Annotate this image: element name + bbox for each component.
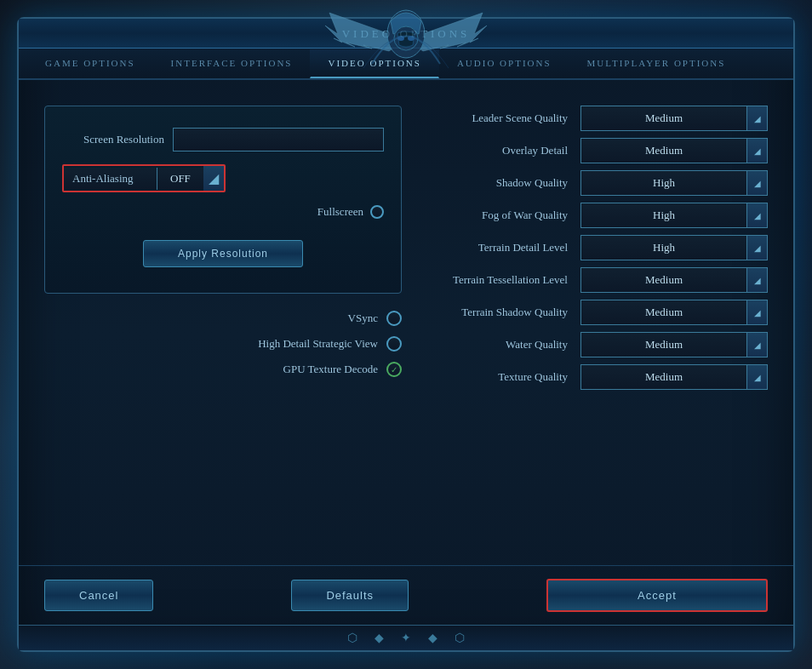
quality-value-1: Medium	[581, 144, 746, 157]
quality-value-0: Medium	[581, 112, 746, 125]
quality-label-6: Terrain Shadow Quality	[436, 306, 580, 319]
fullscreen-label: Fullscreen	[317, 205, 363, 219]
deco-center-left: ◆	[375, 631, 384, 645]
anti-aliasing-dropdown[interactable]: Anti-Aliasing OFF ◢	[62, 164, 226, 192]
quality-value-6: Medium	[581, 306, 746, 319]
quality-label-3: Fog of War Quality	[436, 209, 580, 222]
cancel-button[interactable]: Cancel	[44, 580, 153, 611]
quality-arrow-5: ◢	[746, 268, 767, 292]
gpu-texture-row: GPU Texture Decode	[61, 362, 402, 377]
apply-resolution-button[interactable]: Apply Resolution	[143, 240, 303, 267]
high-detail-label: High Detail Strategic View	[258, 337, 378, 351]
quality-label-7: Water Quality	[436, 338, 580, 352]
quality-arrow-2: ◢	[746, 171, 767, 195]
tab-interface[interactable]: INTERFACE OPTIONS	[153, 49, 311, 78]
toggle-options: VSync High Detail Strategic View GPU Tex…	[44, 311, 402, 377]
quality-value-2: High	[581, 176, 746, 190]
footer: Cancel Defaults Accept	[19, 565, 793, 625]
quality-arrow-8: ◢	[746, 365, 767, 389]
dialog: VIDEO OPTIONS GAME OPTIONS INTERFACE OPT…	[17, 17, 795, 652]
high-detail-row: High Detail Strategic View	[61, 336, 402, 352]
deco-center-right: ◆	[428, 631, 437, 645]
quality-dropdown-0[interactable]: Medium ◢	[580, 106, 768, 131]
quality-value-7: Medium	[581, 338, 746, 352]
quality-label-8: Texture Quality	[436, 370, 580, 384]
quality-row-4: Terrain Detail Level High ◢	[436, 235, 768, 260]
tab-game[interactable]: GAME OPTIONS	[27, 49, 153, 78]
quality-dropdown-4[interactable]: High ◢	[580, 235, 768, 260]
gpu-texture-label: GPU Texture Decode	[283, 363, 378, 376]
fullscreen-row: Fullscreen	[62, 205, 384, 219]
screen-resolution-label: Screen Resolution	[62, 133, 164, 146]
content-area: Screen Resolution Anti-Aliasing OFF ◢ Fu…	[19, 80, 793, 565]
vsync-label: VSync	[348, 312, 378, 325]
quality-dropdown-8[interactable]: Medium ◢	[580, 364, 768, 390]
quality-label-4: Terrain Detail Level	[436, 241, 580, 254]
quality-dropdown-5[interactable]: Medium ◢	[580, 267, 768, 293]
quality-row-8: Texture Quality Medium ◢	[436, 364, 768, 390]
resolution-box: Screen Resolution Anti-Aliasing OFF ◢ Fu…	[44, 106, 402, 294]
bottom-decoration: ⬡ ◆ ✦ ◆ ⬡	[19, 625, 793, 650]
quality-row-5: Terrain Tessellation Level Medium ◢	[436, 267, 768, 293]
quality-dropdown-2[interactable]: High ◢	[580, 170, 768, 196]
quality-dropdown-7[interactable]: Medium ◢	[580, 332, 768, 357]
quality-dropdown-3[interactable]: High ◢	[580, 203, 768, 228]
quality-row-1: Overlay Detail Medium ◢	[436, 138, 768, 163]
quality-row-7: Water Quality Medium ◢	[436, 332, 768, 357]
quality-arrow-7: ◢	[746, 333, 767, 357]
quality-row-6: Terrain Shadow Quality Medium ◢	[436, 300, 768, 325]
quality-label-5: Terrain Tessellation Level	[436, 273, 580, 287]
emblem	[321, 0, 491, 81]
deco-right: ⬡	[455, 631, 465, 645]
quality-row-2: Shadow Quality High ◢	[436, 170, 768, 196]
quality-value-4: High	[581, 241, 746, 254]
high-detail-toggle[interactable]	[386, 336, 402, 352]
gpu-texture-toggle[interactable]	[386, 362, 402, 377]
quality-dropdown-1[interactable]: Medium ◢	[580, 138, 768, 163]
deco-left: ⬡	[347, 631, 357, 645]
quality-value-8: Medium	[581, 370, 746, 384]
quality-arrow-3: ◢	[746, 203, 767, 227]
left-panel: Screen Resolution Anti-Aliasing OFF ◢ Fu…	[44, 106, 402, 548]
quality-label-2: Shadow Quality	[436, 176, 580, 190]
right-panel: Leader Scene Quality Medium ◢ Overlay De…	[436, 106, 768, 548]
quality-row-3: Fog of War Quality High ◢	[436, 203, 768, 228]
quality-arrow-0: ◢	[746, 106, 767, 130]
anti-aliasing-arrow: ◢	[203, 166, 224, 191]
quality-arrow-4: ◢	[746, 236, 767, 260]
vsync-toggle[interactable]	[386, 311, 402, 326]
accept-button[interactable]: Accept	[546, 579, 768, 612]
screen-resolution-input[interactable]	[173, 128, 384, 152]
quality-dropdown-6[interactable]: Medium ◢	[580, 300, 768, 325]
quality-arrow-6: ◢	[746, 300, 767, 324]
screen-resolution-row: Screen Resolution	[62, 128, 384, 152]
quality-arrow-1: ◢	[746, 139, 767, 163]
quality-value-3: High	[581, 209, 746, 222]
anti-aliasing-row: Anti-Aliasing OFF ◢	[62, 164, 384, 192]
anti-aliasing-label: Anti-Aliasing	[64, 168, 157, 190]
quality-label-1: Overlay Detail	[436, 144, 580, 157]
anti-aliasing-value: OFF	[157, 168, 203, 190]
vsync-row: VSync	[61, 311, 402, 326]
defaults-button[interactable]: Defaults	[291, 580, 409, 611]
deco-center: ✦	[401, 631, 411, 645]
quality-row-0: Leader Scene Quality Medium ◢	[436, 106, 768, 131]
fullscreen-radio[interactable]	[370, 205, 384, 219]
quality-value-5: Medium	[581, 273, 746, 287]
tab-multiplayer[interactable]: MULTIPLAYER OPTIONS	[569, 49, 744, 78]
quality-label-0: Leader Scene Quality	[436, 112, 580, 125]
